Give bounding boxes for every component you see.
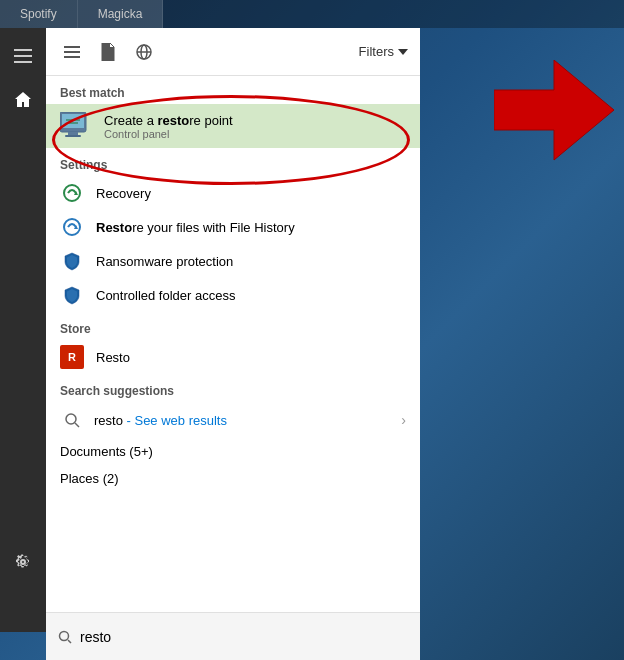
shield-ransomware-icon <box>60 249 84 273</box>
settings-gear-icon[interactable] <box>3 542 43 582</box>
search-suggestions-header: Search suggestions <box>46 374 420 402</box>
settings-item-ransomware-label: Ransomware protection <box>96 254 233 269</box>
store-header: Store <box>46 312 420 340</box>
svg-rect-10 <box>62 114 84 128</box>
svg-rect-0 <box>14 49 32 51</box>
settings-item-restore-files-label: Restore your files with File History <box>96 220 295 235</box>
suggestion-item-resto[interactable]: resto - See web results › <box>46 402 420 438</box>
svg-point-19 <box>66 414 76 424</box>
sidebar <box>0 28 46 632</box>
home-icon[interactable] <box>3 80 43 120</box>
globe-toolbar-icon[interactable] <box>130 38 158 66</box>
search-input[interactable] <box>80 629 408 645</box>
suggestion-text: resto - See web results <box>94 413 227 428</box>
best-match-item[interactable]: Create a restore point Control panel <box>46 104 420 148</box>
restore-files-icon <box>60 215 84 239</box>
svg-point-21 <box>60 631 69 640</box>
settings-item-recovery-label: Recovery <box>96 186 151 201</box>
chevron-right-icon: › <box>401 412 406 428</box>
svg-rect-11 <box>68 132 78 135</box>
recovery-icon <box>60 181 84 205</box>
resto-store-icon: R <box>60 345 84 369</box>
shield-controlled-icon <box>60 283 84 307</box>
svg-point-15 <box>64 185 80 201</box>
annotation-arrow <box>494 60 614 194</box>
places-link[interactable]: Places (2) <box>46 465 420 492</box>
documents-link[interactable]: Documents (5+) <box>46 438 420 465</box>
resto-icon-badge: R <box>60 345 84 369</box>
svg-rect-3 <box>64 46 80 48</box>
taskbar-tab-magicka[interactable]: Magicka <box>78 0 164 28</box>
search-bar-icon <box>58 630 72 644</box>
store-item-resto[interactable]: R Resto <box>46 340 420 374</box>
taskbar-tab-spotify[interactable]: Spotify <box>0 0 78 28</box>
svg-point-17 <box>64 219 80 235</box>
svg-rect-12 <box>65 135 81 137</box>
svg-rect-2 <box>14 61 32 63</box>
suggestion-left: resto - See web results <box>60 408 227 432</box>
svg-line-20 <box>75 423 79 427</box>
document-toolbar-icon[interactable] <box>94 38 122 66</box>
main-panel: Filters Best match <box>46 28 420 632</box>
suggestion-query: resto <box>94 413 123 428</box>
best-match-text: Create a restore point Control panel <box>104 113 233 140</box>
magnifier-icon <box>64 412 80 428</box>
filters-button[interactable]: Filters <box>359 44 408 59</box>
settings-item-ransomware[interactable]: Ransomware protection <box>46 244 420 278</box>
filters-label: Filters <box>359 44 394 59</box>
hamburger-toolbar-icon[interactable] <box>58 38 86 66</box>
settings-item-controlled-folder[interactable]: Controlled folder access <box>46 278 420 312</box>
search-suggestion-icon <box>60 408 84 432</box>
hamburger-menu-icon[interactable] <box>3 36 43 76</box>
svg-rect-5 <box>64 56 80 58</box>
computer-icon <box>60 110 92 142</box>
best-match-title: Create a restore point <box>104 113 233 128</box>
settings-item-controlled-folder-label: Controlled folder access <box>96 288 235 303</box>
suggestion-web-results: - See web results <box>123 413 227 428</box>
taskbar-top: Spotify Magicka <box>0 0 624 28</box>
search-results: Best match Create a restore point Contro… <box>46 76 420 584</box>
settings-item-restore-files[interactable]: Restore your files with File History <box>46 210 420 244</box>
settings-item-recovery[interactable]: Recovery <box>46 176 420 210</box>
svg-line-22 <box>68 640 71 643</box>
svg-marker-23 <box>494 60 614 160</box>
settings-header: Settings <box>46 148 420 176</box>
best-match-subtitle: Control panel <box>104 128 233 140</box>
svg-rect-4 <box>64 51 80 53</box>
header-toolbar: Filters <box>46 28 420 76</box>
chevron-down-icon <box>398 49 408 55</box>
search-bar <box>46 612 420 660</box>
store-item-resto-label: Resto <box>96 350 130 365</box>
svg-rect-1 <box>14 55 32 57</box>
best-match-header: Best match <box>46 76 420 104</box>
